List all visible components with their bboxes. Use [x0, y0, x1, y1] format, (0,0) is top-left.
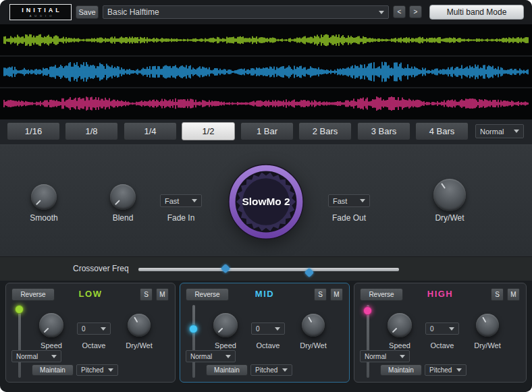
speed-knob[interactable]: [39, 313, 63, 337]
knob-pointer: [472, 310, 503, 341]
smooth-knob[interactable]: [31, 184, 57, 210]
fade-in-dropdown[interactable]: Fast: [160, 194, 202, 207]
division-3-bars-button[interactable]: 3 Bars: [357, 122, 410, 140]
band-mode-dropdown[interactable]: Normal: [186, 350, 236, 362]
topbar: INITIAL AUDIO Save Basic Halftime < > Mu…: [0, 0, 532, 24]
chevron-down-icon: [360, 199, 365, 202]
speed-knob[interactable]: [388, 313, 412, 337]
band-dry-wet-knob[interactable]: [128, 314, 151, 337]
knob-pointer: [298, 310, 329, 341]
crossover-handle-low-mid[interactable]: [221, 264, 230, 273]
time-division-row: 1/16 1/8 1/4 1/2 1 Bar 2 Bars 3 Bars 4 B…: [0, 119, 532, 144]
chevron-down-icon: [282, 368, 288, 372]
mute-button[interactable]: M: [507, 288, 520, 301]
pitch-mode-value: Pitched: [81, 366, 103, 374]
maintain-button[interactable]: Maintain: [32, 364, 74, 376]
division-1-8-button[interactable]: 1/8: [65, 122, 118, 140]
blend-knob[interactable]: [110, 184, 136, 210]
octave-label: Octave: [248, 341, 288, 349]
fade-in-value: Fast: [165, 197, 179, 205]
division-2-bars-button[interactable]: 2 Bars: [298, 122, 352, 140]
pitch-mode-dropdown[interactable]: Pitched: [425, 364, 467, 376]
multi-band-mode-button[interactable]: Multi band Mode: [429, 5, 524, 20]
octave-label: Octave: [74, 341, 114, 349]
slowmo-logo: SlowMo 2: [227, 163, 305, 241]
fade-out-dropdown[interactable]: Fast: [328, 194, 370, 207]
division-1-bar-button[interactable]: 1 Bar: [240, 122, 294, 140]
band-dry-wet-knob[interactable]: [476, 314, 499, 337]
band-mode-dropdown[interactable]: Normal: [360, 350, 410, 362]
pitch-mode-dropdown[interactable]: Pitched: [76, 364, 118, 376]
solo-button[interactable]: S: [491, 288, 504, 301]
band-mode-value: Normal: [16, 353, 38, 360]
division-mode-dropdown[interactable]: Normal: [475, 124, 524, 138]
preset-next-button[interactable]: >: [409, 5, 422, 18]
solo-button[interactable]: S: [314, 288, 327, 301]
preset-dropdown[interactable]: Basic Halftime: [103, 5, 389, 19]
solo-button[interactable]: S: [140, 288, 153, 301]
knob-pointer: [34, 308, 69, 343]
band-dry-wet-label: Dry/Wet: [119, 341, 159, 349]
chevron-down-icon: [449, 327, 454, 331]
chevron-down-icon: [51, 355, 57, 358]
save-button[interactable]: Save: [76, 5, 99, 19]
pitch-mode-dropdown[interactable]: Pitched: [250, 364, 292, 376]
knob-pointer: [427, 173, 473, 218]
preset-prev-button[interactable]: <: [393, 5, 406, 18]
crossover-freq-label: Crossover Freq: [73, 264, 129, 273]
fade-in-label: Fade In: [147, 213, 215, 223]
band-mode-value: Normal: [190, 353, 212, 360]
band-volume-slider[interactable]: [192, 305, 195, 378]
band-dry-wet-label: Dry/Wet: [467, 341, 508, 349]
crossover-row: Crossover Freq: [0, 256, 532, 281]
octave-dropdown[interactable]: 0: [77, 323, 111, 335]
band-panel-high: Reverse HIGH S M Speed 0 Octave Dry/Wet …: [354, 283, 527, 383]
maintain-button[interactable]: Maintain: [206, 364, 248, 376]
crossover-slider-track[interactable]: [138, 268, 399, 271]
chevron-down-icon: [400, 355, 405, 358]
reverse-button[interactable]: Reverse: [11, 288, 55, 301]
band-volume-slider-handle[interactable]: [363, 306, 372, 315]
speed-label: Speed: [31, 341, 72, 349]
dry-wet-knob[interactable]: [433, 179, 466, 211]
band-mode-value: Normal: [365, 353, 386, 360]
blend-label: Blend: [89, 213, 157, 223]
band-volume-slider[interactable]: [18, 305, 21, 378]
knob-pointer: [209, 308, 243, 343]
division-4-bars-button[interactable]: 4 Bars: [415, 122, 469, 140]
band-dry-wet-knob[interactable]: [302, 314, 325, 337]
chevron-down-icon: [456, 368, 462, 372]
smooth-label: Smooth: [10, 213, 78, 223]
main-panel: Smooth Blend Fast Fade In S: [0, 144, 532, 256]
mute-button[interactable]: M: [330, 288, 343, 301]
division-1-4-button[interactable]: 1/4: [124, 122, 177, 140]
band-mode-dropdown[interactable]: Normal: [11, 350, 61, 362]
bands-row: Reverse LOW S M Speed 0 Octave Dry/Wet N…: [0, 281, 532, 392]
chevron-down-icon: [192, 199, 197, 202]
division-1-16-button[interactable]: 1/16: [7, 122, 60, 140]
octave-dropdown[interactable]: 0: [425, 323, 459, 335]
band-volume-slider[interactable]: [367, 305, 369, 378]
chevron-down-icon: [108, 368, 113, 372]
reverse-button[interactable]: Reverse: [360, 288, 403, 301]
band-volume-slider-handle[interactable]: [15, 305, 24, 314]
speed-label: Speed: [205, 341, 246, 349]
octave-dropdown[interactable]: 0: [251, 323, 285, 335]
waveform-display: [0, 24, 532, 119]
plugin-window: INITIAL AUDIO Save Basic Halftime < > Mu…: [0, 0, 532, 392]
pitch-mode-value: Pitched: [255, 366, 277, 374]
waveform-svg: [0, 24, 532, 119]
speed-knob[interactable]: [213, 313, 238, 337]
knob-pointer: [124, 310, 155, 341]
logo-text: INITIAL: [22, 7, 62, 13]
maintain-button[interactable]: Maintain: [380, 364, 422, 376]
slowmo-logo-badge: SlowMo 2: [227, 163, 305, 241]
fade-out-value: Fast: [333, 197, 347, 205]
band-volume-slider-handle[interactable]: [189, 325, 198, 333]
reverse-button[interactable]: Reverse: [186, 288, 229, 301]
knob-pointer: [105, 179, 141, 215]
mute-button[interactable]: M: [156, 288, 169, 301]
division-1-2-button[interactable]: 1/2: [182, 122, 235, 140]
speed-label: Speed: [379, 341, 420, 349]
pitch-mode-value: Pitched: [429, 366, 452, 374]
